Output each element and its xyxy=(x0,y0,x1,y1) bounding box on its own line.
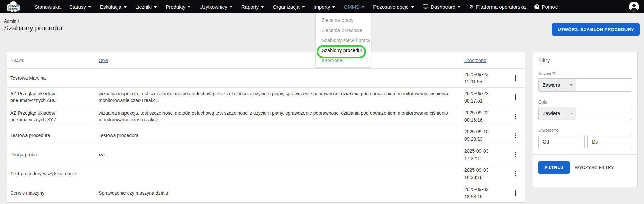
page-title: Szablony procedur xyxy=(4,24,63,32)
chevron-down-icon xyxy=(88,6,91,8)
row-menu-button[interactable] xyxy=(512,112,519,121)
create-procedure-template-button[interactable]: UTWÓRZ: SZABLON PROCEDURY xyxy=(552,23,640,36)
dropdown-item-szablony-zlecen-pracy[interactable]: Szablony zleceń pracy xyxy=(316,35,371,45)
nav-label: Stanowiska xyxy=(35,4,61,10)
andon-cloud-logo[interactable]: ANDON CLOUD xyxy=(5,1,22,13)
opis-operator-select[interactable]: Zawiera xyxy=(538,107,576,120)
apply-filters-button[interactable]: FILTRUJ xyxy=(538,161,570,174)
row-created: 2025-09-2200:17:51 xyxy=(464,90,507,105)
row-description: xyz xyxy=(99,151,464,158)
clear-filters-button[interactable]: WYCZYŚĆ FILTRY xyxy=(575,165,614,170)
nav-item-cmms[interactable]: CMMS xyxy=(339,0,369,13)
table-row: Serwis maszyny Sprawdzenie czy maszyna d… xyxy=(7,183,525,202)
monitor-icon xyxy=(423,4,428,9)
table-row: Druga-próba xyz 2025-09-0317:22:11 xyxy=(7,145,525,164)
chevron-down-icon xyxy=(570,84,573,86)
row-created: 2025-09-0316:23:18 xyxy=(464,166,507,181)
nav-label: Importy xyxy=(313,4,330,10)
row-description: Sprawdzenie czy maszyna dziala xyxy=(99,190,464,196)
table-row: Test-procedury-wszytskie-opcje 2025-09-0… xyxy=(7,164,525,183)
dropdown-item-zlecenia-okresowe[interactable]: Zlecenia okresowe xyxy=(316,25,371,35)
row-description: Testowa procedura xyxy=(99,132,464,139)
filter-label-nazwa-pl: Nazwa PL xyxy=(538,72,632,76)
chevron-down-icon xyxy=(302,6,305,8)
filter-label-opis: Opis xyxy=(538,100,632,105)
nazwa-operator-select[interactable]: Zawiera xyxy=(538,78,576,92)
filters-panel: Filtry Nazwa PL Zawiera Opis Zawiera Utw… xyxy=(533,52,638,187)
column-header-nazwa: Nazwa xyxy=(7,57,99,64)
nav-label: Platforma operatorska xyxy=(476,4,526,10)
logo-text-bottom: CLOUD xyxy=(8,8,19,10)
row-name: Test-procedury-wszytskie-opcje xyxy=(7,170,99,177)
opis-filter-input[interactable] xyxy=(576,107,632,120)
nav-label: Eskalacja xyxy=(100,4,121,10)
table-header-row: Nazwa Opis Utworzono xyxy=(7,52,525,68)
dropdown-item-zlecenia-pracy[interactable]: Zlecenia pracy xyxy=(316,15,371,25)
table-row: AZ Przegląd układów pneumatycznych ABC w… xyxy=(7,87,525,107)
row-name: AZ Przegląd układów pneumatycznych XYZ xyxy=(7,110,99,123)
nazwa-filter-input[interactable] xyxy=(576,78,632,92)
row-name: AZ Przegląd układów pneumatycznych ABC xyxy=(7,90,99,104)
nav-item-liczniki[interactable]: Liczniki xyxy=(131,0,161,13)
row-menu-button[interactable] xyxy=(512,131,519,140)
nav-item-platforma-operatorska[interactable]: ⚙Platforma operatorska xyxy=(465,0,530,13)
nav-label: Liczniki xyxy=(135,4,152,10)
chevron-down-icon xyxy=(332,6,335,8)
date-to-input[interactable] xyxy=(587,135,632,149)
row-created: 2025-09-1009:20:13 xyxy=(464,128,507,143)
row-name: Serwis maszyny xyxy=(7,190,99,196)
column-header-opis-sort-link[interactable]: Opis xyxy=(99,58,108,63)
nav-label: Pozostałe opcje xyxy=(373,4,409,10)
row-name: Testowa procedura xyxy=(7,132,99,139)
nav-label: CMMS xyxy=(344,4,359,10)
nav-label: Produkty xyxy=(166,4,185,10)
chevron-down-icon xyxy=(124,6,127,8)
row-menu-button[interactable] xyxy=(512,169,519,178)
nav-item-statusy[interactable]: Statusy xyxy=(65,0,96,13)
row-menu-button[interactable] xyxy=(512,73,519,83)
row-menu-button[interactable] xyxy=(512,188,519,198)
chevron-down-icon xyxy=(230,6,232,8)
main-nav: Stanowiska Statusy Eskalacja Liczniki Pr… xyxy=(30,0,562,13)
nav-item-stanowiska[interactable]: Stanowiska xyxy=(30,0,65,13)
nav-label: Użytkownicy xyxy=(199,4,227,10)
nav-item-eskalacja[interactable]: Eskalacja xyxy=(96,0,131,13)
chevron-down-icon xyxy=(261,6,264,8)
row-description: wizualna inspekcja, test szczelności met… xyxy=(99,110,464,123)
dropdown-item-kategorie[interactable]: Kategorie xyxy=(316,55,371,66)
dropdown-item-szablony-procedur[interactable]: Szablony procedur xyxy=(316,45,371,55)
nav-item-dashboard[interactable]: Dashboard xyxy=(418,0,465,13)
row-menu-button[interactable] xyxy=(512,92,519,102)
person-icon xyxy=(629,2,639,12)
row-menu-button[interactable] xyxy=(512,150,519,159)
nav-label: Raporty xyxy=(241,4,259,10)
nav-item-pomoc[interactable]: Pomoc xyxy=(530,0,562,13)
nav-item-organizacja[interactable]: Organizacja xyxy=(268,0,309,13)
help-icon xyxy=(534,4,539,9)
nav-item-produkty[interactable]: Produkty xyxy=(161,0,195,13)
nav-label: Pomoc xyxy=(542,4,558,10)
user-avatar[interactable] xyxy=(629,2,639,12)
filter-label-utworzono: Utworzono xyxy=(538,128,632,133)
row-created: 2025-09-2200:16:16 xyxy=(464,109,507,124)
filters-title: Filtry xyxy=(538,57,632,64)
nav-item-pozostale-opcje[interactable]: Pozostałe opcje xyxy=(369,0,418,13)
procedure-templates-table: Nazwa Opis Utworzono Testowa Marcina 202… xyxy=(7,52,525,203)
nav-item-uzytkownicy[interactable]: Użytkownicy xyxy=(195,0,237,13)
date-from-input[interactable] xyxy=(538,135,585,149)
row-created: 2025-09-0218:58:15 xyxy=(464,186,507,200)
nav-item-raporty[interactable]: Raporty xyxy=(237,0,269,13)
divider xyxy=(533,154,637,155)
breadcrumb[interactable]: Admin / xyxy=(4,18,19,24)
chevron-down-icon xyxy=(411,6,414,8)
nav-label: Dashboard xyxy=(431,4,455,10)
table-row: Testowa procedura Testowa procedura 2025… xyxy=(7,126,525,145)
chevron-down-icon xyxy=(154,6,157,8)
table-row: AZ Przegląd układów pneumatycznych XYZ w… xyxy=(7,107,525,126)
table-row: Testowa Marcina 2025-09-2311:01:55 xyxy=(7,68,525,87)
operator-value: Zawiera xyxy=(543,82,560,88)
nav-label: Organizacja xyxy=(273,4,299,10)
column-header-utworzono-sort-link[interactable]: Utworzono xyxy=(464,58,486,63)
nav-item-importy[interactable]: Importy xyxy=(309,0,339,13)
logo-text-top: ANDON xyxy=(8,4,19,7)
